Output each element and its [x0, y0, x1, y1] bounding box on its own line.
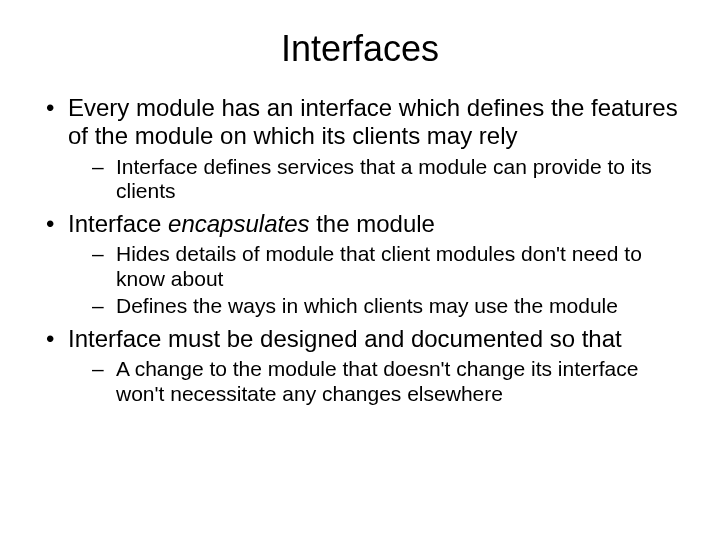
bullet-1: Every module has an interface which defi…	[40, 94, 680, 204]
bullet-3-sub-1: A change to the module that doesn't chan…	[68, 357, 680, 407]
bullet-2: Interface encapsulates the module Hides …	[40, 210, 680, 319]
bullet-2-sub-1: Hides details of module that client modu…	[68, 242, 680, 292]
bullet-list: Every module has an interface which defi…	[40, 94, 680, 407]
bullet-3-text: Interface must be designed and documente…	[68, 325, 622, 352]
bullet-2-text-a: Interface	[68, 210, 168, 237]
bullet-3: Interface must be designed and documente…	[40, 325, 680, 407]
slide: Interfaces Every module has an interface…	[0, 0, 720, 540]
bullet-1-sublist: Interface defines services that a module…	[68, 155, 680, 205]
bullet-1-sub-1: Interface defines services that a module…	[68, 155, 680, 205]
bullet-2-text-b: the module	[310, 210, 435, 237]
bullet-2-em: encapsulates	[168, 210, 309, 237]
bullet-3-sublist: A change to the module that doesn't chan…	[68, 357, 680, 407]
bullet-2-sublist: Hides details of module that client modu…	[68, 242, 680, 318]
slide-title: Interfaces	[40, 28, 680, 70]
bullet-2-sub-2: Defines the ways in which clients may us…	[68, 294, 680, 319]
bullet-1-text: Every module has an interface which defi…	[68, 94, 678, 149]
